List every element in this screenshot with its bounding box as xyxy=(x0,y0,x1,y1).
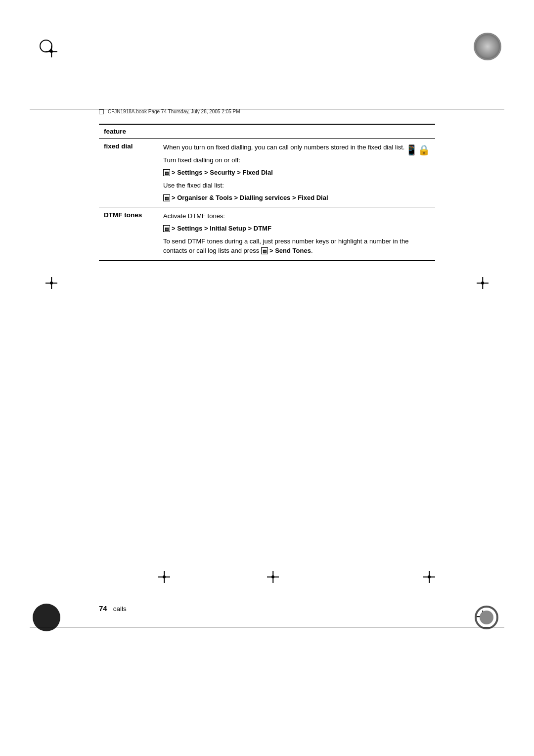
menu-icon-3: ▤ xyxy=(163,225,170,232)
menu-icon-4: ▤ xyxy=(261,247,268,254)
crosshair-mid-left xyxy=(45,277,57,289)
page-footer: 74 calls xyxy=(99,604,127,613)
header-text: CFJN1918A.book Page 74 Thursday, July 28… xyxy=(108,109,240,114)
fixed-dial-desc3: Use the fixed dial list: xyxy=(163,181,430,190)
main-content: feature fixed dial 📱🔒 When you turn on f… xyxy=(99,124,435,261)
feature-table: feature fixed dial 📱🔒 When you turn on f… xyxy=(99,124,435,261)
fixed-dial-menu2: ▤ > Organiser & Tools > Dialling service… xyxy=(163,193,430,203)
bottom-rule xyxy=(30,627,504,627)
reg-circle-top-right xyxy=(474,33,501,60)
table-header: feature xyxy=(99,124,435,139)
feature-name-fixed-dial: fixed dial xyxy=(99,139,158,207)
dtmf-desc1: Activate DTMF tones: xyxy=(163,211,430,221)
reg-circle-top-left xyxy=(40,40,52,52)
fixed-dial-desc1: When you turn on fixed dialling, you can… xyxy=(163,142,430,152)
menu-icon-2: ▤ xyxy=(163,194,170,201)
table-row: DTMF tones Activate DTMF tones: ▤ > Sett… xyxy=(99,207,435,260)
crosshair-mid-right xyxy=(477,277,489,289)
phone-lock-icon: 📱🔒 xyxy=(405,142,430,157)
dtmf-desc2: To send DTMF tones during a call, just p… xyxy=(163,236,430,256)
page-header: CFJN1918A.book Page 74 Thursday, July 28… xyxy=(99,109,435,114)
feature-name-dtmf: DTMF tones xyxy=(99,207,158,260)
feature-desc-dtmf: Activate DTMF tones: ▤ > Settings > Init… xyxy=(158,207,435,260)
reg-circle-bottom-right-inner xyxy=(480,611,493,624)
crosshair-bottom-mid-left xyxy=(158,571,170,583)
crosshair-bottom-mid-center xyxy=(267,571,279,583)
fixed-dial-menu1: ▤ > Settings > Security > Fixed Dial xyxy=(163,168,430,178)
page-number: 74 xyxy=(99,604,107,613)
crosshair-bottom-mid-right xyxy=(423,571,435,583)
fixed-dial-desc2: Turn fixed dialling on or off: xyxy=(163,155,430,165)
table-row: fixed dial 📱🔒 When you turn on fixed dia… xyxy=(99,139,435,207)
menu-icon-1: ▤ xyxy=(163,169,170,176)
dtmf-menu1: ▤ > Settings > Initial Setup > DTMF xyxy=(163,224,430,234)
page-label: calls xyxy=(113,605,127,613)
feature-desc-fixed-dial: 📱🔒 When you turn on fixed dialling, you … xyxy=(158,139,435,207)
